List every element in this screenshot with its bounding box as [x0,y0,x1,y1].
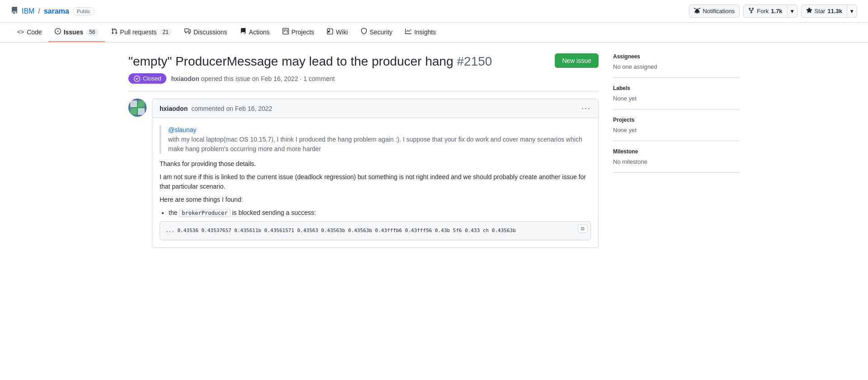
avatar [128,99,146,117]
sidebar-labels: Labels None yet [613,78,740,109]
comment-list: the brokerProducer is blocked sending a … [160,208,591,218]
visibility-badge: Public [73,7,94,15]
insights-icon [405,28,411,36]
wiki-icon [327,28,333,36]
labels-value: None yet [613,95,740,102]
star-group: Star 11.3k ▾ [801,5,857,18]
new-issue-button[interactable]: New issue [555,53,599,68]
sidebar-assignees: Assignees No one assigned [613,53,740,78]
fork-button[interactable]: Fork 1.7k [743,5,787,18]
issues-icon [55,28,61,36]
issue-header: "empty" ProducerMessage may lead to the … [128,53,599,84]
assignees-value: No one assigned [613,63,740,70]
bell-icon [694,7,700,15]
actions-icon [240,28,246,36]
comment-wrapper: hxiaodon commented on Feb 16, 2022 ··· @… [128,99,599,247]
nav-issues-label: Issues [64,28,84,36]
main-container: "empty" ProducerMessage may lead to the … [118,43,750,266]
nav-insights-label: Insights [414,28,436,36]
issue-author: hxiaodon opened this issue on Feb 16, 20… [171,75,335,82]
nav-code-label: Code [27,28,42,36]
code-content: ... 0.43536 0.43537657 0.435611b 0.43561… [165,228,516,233]
comment-para-3: Here are some things I found: [160,195,591,204]
milestone-value: No milestone [613,158,740,165]
nav-security-label: Security [370,28,393,36]
projects-label: Projects [613,117,740,123]
comment-header: hxiaodon commented on Feb 16, 2022 ··· [152,99,598,118]
star-dropdown[interactable]: ▾ [847,5,857,18]
pull-requests-icon [111,28,118,36]
fork-label: Fork [757,8,769,14]
star-count: 11.3k [827,8,842,14]
projects-value: None yet [613,127,740,133]
milestone-label: Milestone [613,148,740,155]
issue-title-text: "empty" ProducerMessage may lead to the … [128,54,453,68]
projects-icon [283,28,289,36]
star-icon [806,7,812,15]
blockquote-mention[interactable]: @slaunay [168,125,591,135]
org-name[interactable]: IBM [22,7,34,15]
top-actions: Notifications Fork 1.7k ▾ [689,5,857,18]
security-icon [361,28,367,36]
issue-divider [128,91,599,91]
repo-nav: <> Code Issues 56 Pull requests 21 Discu… [0,23,868,43]
pr-badge: 21 [160,28,172,36]
blockquote-text: with my local laptop(mac OS 10.15.7), I … [168,135,591,154]
nav-item-discussions[interactable]: Discussions [178,23,234,42]
nav-wiki-label: Wiki [336,28,348,36]
notifications-label: Notifications [703,8,735,14]
star-label: Star [815,8,826,14]
nav-projects-label: Projects [292,28,315,36]
fork-dropdown[interactable]: ▾ [788,5,797,18]
comment-para-2: I am not sure if this is linked to the c… [160,172,591,191]
nav-item-issues[interactable]: Issues 56 [48,23,105,42]
assignees-label: Assignees [613,53,740,60]
star-button[interactable]: Star 11.3k [801,5,847,18]
fork-count: 1.7k [771,8,782,14]
comment-action-date: commented on Feb 16, 2022 [191,105,272,112]
repo-title: IBM / sarama Public [11,7,94,16]
list-item: the brokerProducer is blocked sending a … [169,208,591,218]
avatar-image [128,99,146,117]
broker-producer-code: brokerProducer [179,209,230,217]
comment-author[interactable]: hxiaodon [160,105,188,112]
nav-discussions-label: Discussions [193,28,227,36]
list-item-pre: the [169,209,177,216]
nav-item-insights[interactable]: Insights [399,23,442,42]
nav-item-security[interactable]: Security [354,23,399,42]
comment-body: @slaunay with my local laptop(mac OS 10.… [152,118,598,247]
nav-item-projects[interactable]: Projects [276,23,321,42]
repo-name[interactable]: sarama [44,7,69,15]
labels-label: Labels [613,85,740,91]
comment-meta: hxiaodon commented on Feb 16, 2022 [160,105,272,112]
comment-menu-button[interactable]: ··· [581,104,591,113]
comment-para-1: Thanks for providing those details. [160,159,591,169]
code-icon: <> [17,28,24,35]
nav-item-actions[interactable]: Actions [234,23,276,42]
comment-box: hxiaodon commented on Feb 16, 2022 ··· @… [152,99,599,247]
issue-sidebar: Assignees No one assigned Labels None ye… [613,53,740,255]
issue-status-badge: Closed [128,73,166,84]
nav-pr-label: Pull requests [120,28,157,36]
issue-title: "empty" ProducerMessage may lead to the … [128,53,555,70]
nav-item-code[interactable]: <> Code [11,23,48,42]
issue-number: #2150 [457,54,492,68]
discussions-icon [184,28,191,36]
sidebar-milestone: Milestone No milestone [613,141,740,173]
issue-content: "empty" ProducerMessage may lead to the … [128,53,613,255]
page-icon [11,7,18,16]
copy-code-button[interactable]: ⧉ [578,224,588,233]
nav-item-pull-requests[interactable]: Pull requests 21 [105,23,178,42]
issues-badge: 56 [86,28,98,36]
list-item-post: is blocked sending a success: [232,209,316,216]
issue-title-row: "empty" ProducerMessage may lead to the … [128,53,555,84]
notifications-button[interactable]: Notifications [689,5,740,18]
fork-group: Fork 1.7k ▾ [743,5,797,18]
comment-blockquote: @slaunay with my local laptop(mac OS 10.… [160,125,591,154]
nav-item-wiki[interactable]: Wiki [321,23,354,42]
issue-meta: Closed hxiaodon opened this issue on Feb… [128,73,555,84]
code-block: ⧉ ... 0.43536 0.43537657 0.435611b 0.435… [160,221,591,240]
top-bar: IBM / sarama Public Notifications Fork [0,0,868,23]
sidebar-projects: Projects None yet [613,109,740,141]
nav-actions-label: Actions [249,28,270,36]
